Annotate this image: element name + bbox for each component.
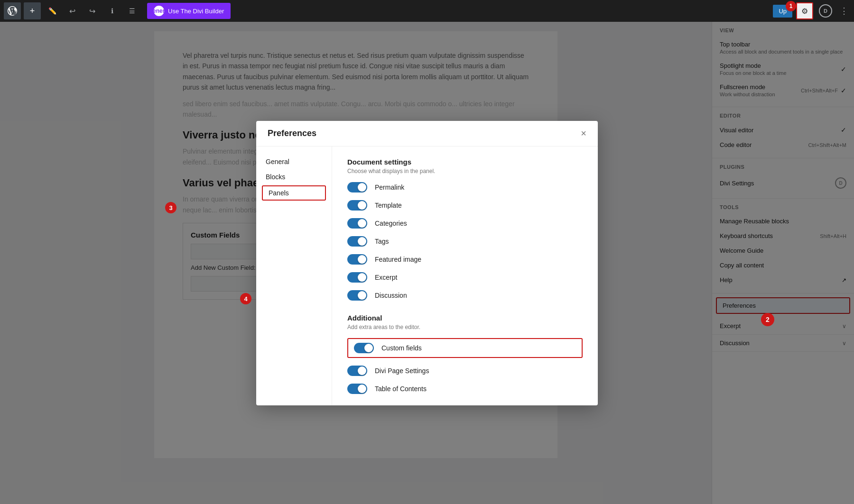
- info-button[interactable]: ℹ: [103, 2, 121, 19]
- top-bar: + ✏️ ↩ ↪ ℹ ☰ General Use The Divi Builde…: [0, 0, 854, 22]
- toggle-template: Template: [347, 200, 583, 211]
- custom-fields-toggle[interactable]: [354, 343, 374, 353]
- toggle-toc: Table of Contents: [347, 384, 583, 394]
- featured-image-label: Featured image: [375, 256, 421, 263]
- divi-profile-button[interactable]: D: [817, 2, 834, 19]
- preferences-modal: Preferences × General Blocks Panels 3 Do…: [256, 121, 598, 405]
- doc-settings-sub: Choose what displays in the panel.: [347, 168, 583, 174]
- divi-page-settings-toggle[interactable]: [347, 366, 367, 376]
- custom-fields-label: Custom fields: [381, 344, 422, 352]
- excerpt-toggle[interactable]: [347, 272, 367, 283]
- discussion-toggle-label: Discussion: [375, 292, 407, 299]
- toc-label: Table of Contents: [375, 385, 427, 393]
- undo-button[interactable]: ↩: [64, 2, 81, 19]
- divi-icon: General: [154, 6, 164, 16]
- modal-content: Document settings Choose what displays i…: [332, 147, 598, 405]
- nav-panels[interactable]: Panels: [262, 185, 326, 201]
- toggle-featured-image: Featured image: [347, 254, 583, 265]
- wp-logo: [4, 2, 21, 19]
- nav-general[interactable]: General: [256, 154, 332, 169]
- modal-close-button[interactable]: ×: [581, 128, 586, 138]
- permalink-label: Permalink: [375, 183, 404, 191]
- additional-sub: Add extra areas to the editor.: [347, 324, 583, 330]
- top-bar-right: Up 1 ⚙ D ⋮: [743, 2, 850, 19]
- toggle-categories: Categories: [347, 218, 583, 229]
- preview-button[interactable]: [758, 8, 769, 14]
- additional-title: Additional: [347, 314, 583, 322]
- toggle-tags: Tags: [347, 236, 583, 247]
- doc-settings-section: Document settings Choose what displays i…: [347, 158, 583, 301]
- modal-body: General Blocks Panels 3 Document setting…: [256, 147, 598, 405]
- doc-settings-title: Document settings: [347, 158, 583, 166]
- toggle-excerpt: Excerpt: [347, 272, 583, 283]
- modal-header: Preferences ×: [256, 121, 598, 147]
- redo-button[interactable]: ↪: [84, 2, 101, 19]
- toggle-divi-page-settings: Divi Page Settings: [347, 366, 583, 376]
- categories-toggle[interactable]: [347, 218, 367, 229]
- divi-builder-button[interactable]: General Use The Divi Builder: [147, 3, 231, 19]
- divi-circle-icon: D: [819, 4, 832, 18]
- add-block-button[interactable]: +: [24, 2, 41, 19]
- template-toggle[interactable]: [347, 200, 367, 211]
- step2-badge: 2: [761, 313, 774, 326]
- discussion-toggle[interactable]: [347, 290, 367, 301]
- permalink-toggle[interactable]: [347, 182, 367, 192]
- list-view-button[interactable]: ☰: [123, 2, 140, 19]
- template-label: Template: [375, 202, 402, 209]
- settings-gear-button[interactable]: ⚙: [796, 2, 813, 19]
- tags-toggle[interactable]: [347, 236, 367, 247]
- toggle-permalink: Permalink: [347, 182, 583, 192]
- excerpt-toggle-label: Excerpt: [375, 274, 397, 281]
- edit-icon[interactable]: ✏️: [44, 2, 61, 19]
- modal-title: Preferences: [268, 128, 316, 138]
- toggle-custom-fields: Custom fields: [347, 338, 583, 358]
- toggle-discussion: Discussion: [347, 290, 583, 301]
- nav-blocks[interactable]: Blocks: [256, 169, 332, 184]
- modal-nav: General Blocks Panels 3: [256, 147, 332, 405]
- additional-section: Additional Add extra areas to the editor…: [347, 314, 583, 394]
- switch-draft-button[interactable]: [743, 8, 754, 14]
- categories-label: Categories: [375, 220, 407, 227]
- modal-overlay[interactable]: Preferences × General Blocks Panels 3 Do…: [0, 22, 854, 504]
- toc-toggle[interactable]: [347, 384, 367, 394]
- tags-label: Tags: [375, 238, 389, 245]
- step1-badge: 1: [786, 1, 796, 11]
- more-options-button[interactable]: ⋮: [838, 4, 850, 18]
- divi-page-settings-label: Divi Page Settings: [375, 367, 429, 375]
- featured-image-toggle[interactable]: [347, 254, 367, 265]
